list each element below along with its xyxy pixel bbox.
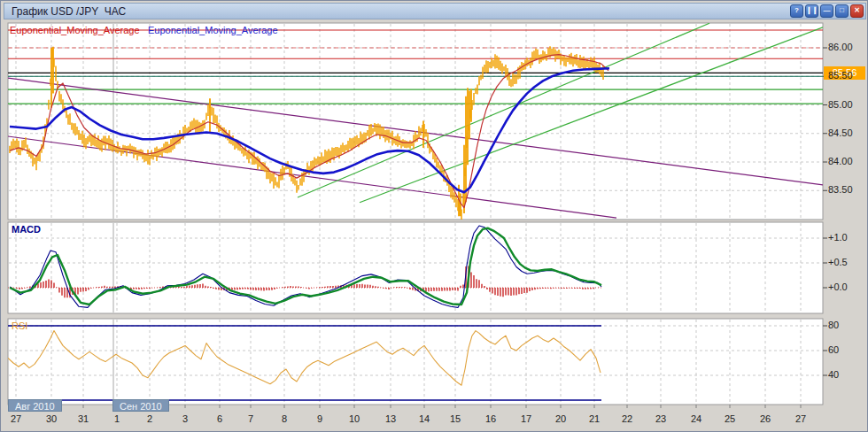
macd-panel: [8, 222, 823, 313]
main-panel: [8, 23, 823, 220]
chart-window: График USD /JPY ЧАС ?❙❙—□✕ Euponential_M…: [0, 0, 868, 432]
chart-canvas[interactable]: [1, 1, 868, 432]
